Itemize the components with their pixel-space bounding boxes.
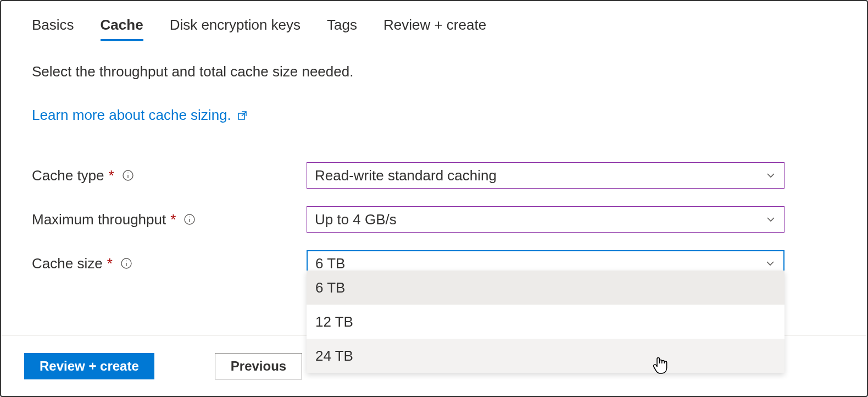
review-create-button[interactable]: Review + create	[24, 353, 154, 379]
tab-basics[interactable]: Basics	[32, 16, 74, 41]
tab-disk-encryption-keys[interactable]: Disk encryption keys	[170, 16, 301, 41]
required-indicator: *	[170, 211, 176, 228]
dropdown-option-24tb[interactable]: 24 TB	[307, 339, 784, 373]
chevron-down-icon	[765, 170, 776, 181]
dropdown-option-12tb[interactable]: 12 TB	[307, 305, 784, 339]
tab-bar: Basics Cache Disk encryption keys Tags R…	[32, 16, 836, 41]
required-indicator: *	[107, 255, 113, 272]
max-throughput-row: Maximum throughput * Up to 4 GB/s	[32, 206, 836, 233]
svg-point-4	[190, 217, 191, 218]
learn-more-label: Learn more about cache sizing.	[32, 107, 231, 124]
external-link-icon	[237, 110, 248, 121]
learn-more-link[interactable]: Learn more about cache sizing.	[32, 107, 248, 124]
info-icon[interactable]	[183, 213, 196, 225]
cache-type-select[interactable]: Read-write standard caching	[307, 162, 784, 189]
previous-button[interactable]: Previous	[215, 353, 302, 379]
cache-type-value: Read-write standard caching	[315, 167, 497, 184]
cache-size-label: Cache size	[32, 255, 103, 272]
dropdown-option-6tb[interactable]: 6 TB	[307, 271, 784, 305]
max-throughput-select[interactable]: Up to 4 GB/s	[307, 206, 784, 233]
max-throughput-value: Up to 4 GB/s	[315, 211, 397, 228]
chevron-down-icon	[765, 214, 776, 225]
svg-point-6	[126, 261, 127, 262]
svg-point-2	[127, 173, 129, 174]
max-throughput-label: Maximum throughput	[32, 211, 166, 228]
info-icon[interactable]	[122, 169, 134, 181]
cache-type-label: Cache type	[32, 167, 104, 184]
cache-type-row: Cache type * Read-write standard caching	[32, 162, 836, 189]
tab-description: Select the throughput and total cache si…	[32, 63, 836, 80]
cache-size-value: 6 TB	[315, 255, 345, 272]
required-indicator: *	[109, 167, 114, 184]
info-icon[interactable]	[120, 257, 132, 269]
tab-tags[interactable]: Tags	[327, 16, 357, 41]
chevron-down-icon	[765, 258, 776, 269]
tab-review-create[interactable]: Review + create	[383, 16, 486, 41]
cache-size-dropdown: 6 TB 12 TB 24 TB	[307, 271, 784, 373]
tab-cache[interactable]: Cache	[101, 16, 143, 41]
